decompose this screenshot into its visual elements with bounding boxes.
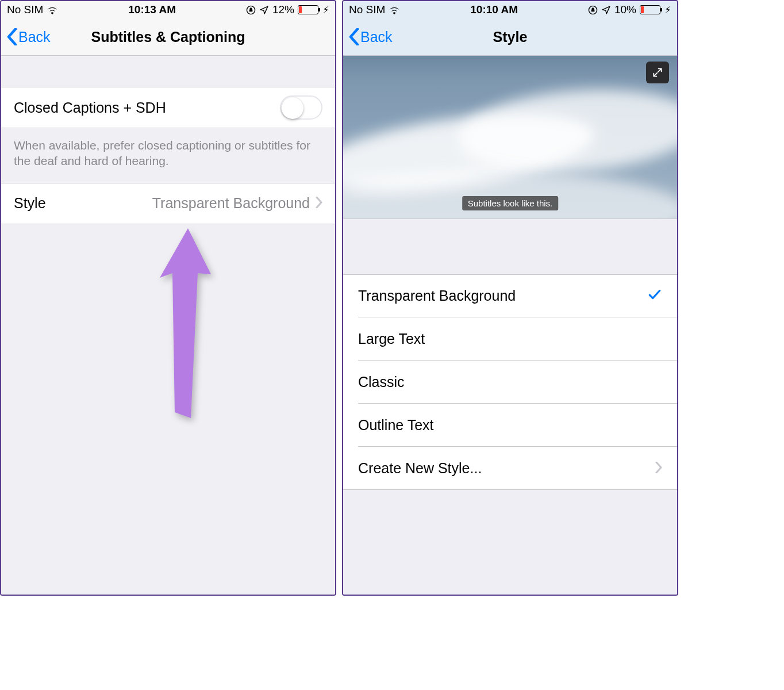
orientation-lock-icon [588, 5, 598, 15]
battery-icon [640, 5, 660, 14]
checkmark-icon [647, 287, 662, 305]
style-label: Style [14, 195, 152, 212]
status-bar: No SIM 10:13 AM 12% ⚡︎ [1, 1, 335, 18]
battery-icon [298, 5, 318, 14]
style-option-transparent-background[interactable]: Transparent Background [343, 274, 677, 317]
style-option-outline-text[interactable]: Outline Text [343, 404, 677, 446]
subtitle-sample-text: Subtitles look like this. [462, 196, 559, 210]
battery-percentage: 12% [272, 3, 294, 16]
charging-icon: ⚡︎ [322, 4, 329, 16]
battery-percentage: 10% [614, 3, 636, 16]
status-bar: No SIM 10:10 AM 10% ⚡︎ [343, 1, 677, 18]
closed-captions-toggle[interactable] [280, 95, 322, 120]
style-options-list: Transparent Background Large Text Classi… [343, 274, 677, 490]
screen-style: No SIM 10:10 AM 10% ⚡︎ Back Style [342, 0, 678, 596]
back-button[interactable]: Back [7, 28, 51, 45]
location-icon [259, 5, 269, 15]
status-time: 10:10 AM [470, 3, 518, 16]
style-option-classic[interactable]: Classic [343, 361, 677, 403]
page-title: Style [343, 29, 677, 45]
orientation-lock-icon [246, 5, 256, 15]
back-label: Back [18, 29, 51, 45]
chevron-right-icon [316, 195, 322, 212]
nav-header: Back Style [343, 18, 677, 56]
carrier-label: No SIM [7, 3, 43, 16]
style-value: Transparent Background [152, 195, 310, 212]
carrier-label: No SIM [349, 3, 385, 16]
expand-preview-button[interactable] [646, 62, 669, 83]
closed-captions-row[interactable]: Closed Captions + SDH [1, 87, 335, 128]
closed-captions-footer: When available, prefer closed captioning… [1, 128, 335, 183]
location-icon [601, 5, 611, 15]
annotation-arrow [156, 228, 225, 418]
page-title: Subtitles & Captioning [1, 29, 335, 45]
style-option-large-text[interactable]: Large Text [343, 317, 677, 360]
subtitle-preview: Subtitles look like this. [343, 56, 677, 219]
wifi-icon [47, 6, 58, 14]
nav-header: Back Subtitles & Captioning [1, 18, 335, 56]
create-new-style-row[interactable]: Create New Style... [343, 447, 677, 489]
status-time: 10:13 AM [128, 3, 176, 16]
style-row[interactable]: Style Transparent Background [1, 183, 335, 224]
content-area: Closed Captions + SDH When available, pr… [1, 56, 335, 595]
wifi-icon [389, 6, 400, 14]
charging-icon: ⚡︎ [664, 4, 671, 16]
screen-subtitles-captioning: No SIM 10:13 AM 12% ⚡︎ Back Subtitles & … [0, 0, 336, 596]
back-label: Back [360, 29, 393, 45]
back-button[interactable]: Back [349, 28, 393, 45]
content-area: Subtitles look like this. Transparent Ba… [343, 56, 677, 595]
closed-captions-label: Closed Captions + SDH [14, 99, 280, 116]
chevron-right-icon [655, 460, 662, 477]
